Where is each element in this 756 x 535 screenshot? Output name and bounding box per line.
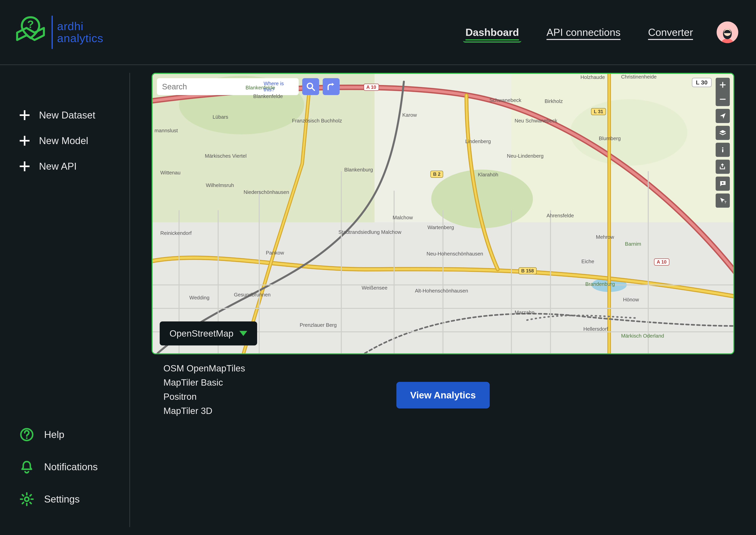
svg-point-3 (26, 437, 28, 439)
avatar-icon (717, 23, 737, 43)
app-header: ? ardhi analytics Dashboard API connecti… (0, 0, 756, 65)
share-button[interactable] (715, 160, 730, 174)
minus-icon (719, 96, 726, 103)
map-viewport[interactable]: L 30 Where is this? (152, 73, 734, 354)
sidebar-item-label: New Model (39, 135, 88, 147)
magnifier-icon (306, 82, 315, 91)
layers-icon (719, 129, 726, 137)
search-button[interactable] (302, 78, 319, 95)
zoom-in-button[interactable] (715, 78, 730, 92)
settings-icon (20, 492, 34, 506)
sidebar-settings[interactable]: Settings (20, 483, 120, 515)
plus-icon (20, 161, 30, 171)
help-icon (20, 428, 34, 442)
sidebar: New Dataset New Model New API Help Notif… (0, 73, 130, 527)
plus-icon (719, 81, 726, 89)
sidebar-item-label: Notifications (44, 461, 98, 473)
brand-line2: analytics (57, 32, 103, 44)
plus-icon (20, 110, 30, 120)
query-button[interactable]: ? (715, 193, 730, 208)
cursor-question-icon: ? (719, 197, 726, 204)
directions-icon (327, 82, 336, 91)
top-nav: Dashboard API connections Converter (465, 26, 693, 38)
info-button[interactable] (715, 143, 730, 157)
basemap-selector[interactable]: OpenStreetMap (160, 322, 257, 346)
route-shield-l30: L 30 (692, 78, 712, 87)
sidebar-help[interactable]: Help (20, 418, 120, 451)
sidebar-item-label: New API (39, 161, 77, 172)
basemap-option[interactable]: OSM OpenMapTiles (163, 363, 734, 374)
map-controls: ? (715, 78, 730, 208)
zoom-control (715, 78, 730, 106)
sidebar-item-label: Settings (44, 493, 80, 505)
share-icon (719, 163, 726, 170)
svg-rect-15 (722, 149, 723, 152)
map-canvas (153, 74, 733, 353)
bell-icon (20, 460, 34, 474)
add-comment-button[interactable] (715, 177, 730, 191)
svg-text:?: ? (724, 200, 726, 204)
chevron-down-icon (239, 331, 247, 336)
svg-point-11 (570, 99, 687, 166)
where-is-this-link[interactable]: Where is this? (264, 80, 295, 93)
app-body: New Dataset New Model New API Help Notif… (0, 65, 756, 535)
sidebar-new-dataset[interactable]: New Dataset (20, 102, 120, 128)
layers-button[interactable] (715, 126, 730, 140)
brand-logo[interactable]: ? ardhi analytics (14, 14, 103, 50)
view-analytics-button[interactable]: View Analytics (396, 382, 490, 408)
logo-divider (52, 15, 53, 49)
user-avatar[interactable] (716, 21, 738, 43)
logo-mark-icon: ? (14, 14, 47, 50)
nav-api-connections[interactable]: API connections (546, 26, 621, 38)
comment-plus-icon (719, 180, 726, 187)
sidebar-new-api[interactable]: New API (20, 154, 120, 179)
svg-point-14 (722, 147, 723, 149)
sidebar-item-label: New Dataset (39, 109, 95, 121)
locate-button[interactable] (715, 109, 730, 123)
svg-text:?: ? (27, 18, 34, 30)
directions-button[interactable] (323, 78, 340, 95)
basemap-selected-label: OpenStreetMap (170, 328, 234, 339)
search-field-wrap: Where is this? (157, 78, 299, 95)
locate-icon (719, 112, 726, 120)
nav-dashboard[interactable]: Dashboard (465, 26, 519, 38)
zoom-out-button[interactable] (715, 92, 730, 106)
info-icon (719, 146, 726, 154)
sidebar-item-label: Help (44, 429, 64, 440)
sidebar-notifications[interactable]: Notifications (20, 451, 120, 483)
main-content: L 30 Where is this? (130, 65, 756, 535)
brand-line1: ardhi (57, 20, 103, 32)
svg-point-4 (25, 497, 29, 501)
sidebar-spacer (20, 179, 120, 418)
nav-converter[interactable]: Converter (648, 26, 693, 38)
sidebar-new-model[interactable]: New Model (20, 128, 120, 154)
map-search-input[interactable] (162, 82, 262, 91)
map-search-bar: Where is this? (157, 78, 340, 95)
brand-name: ardhi analytics (57, 20, 103, 44)
plus-icon (20, 136, 30, 146)
